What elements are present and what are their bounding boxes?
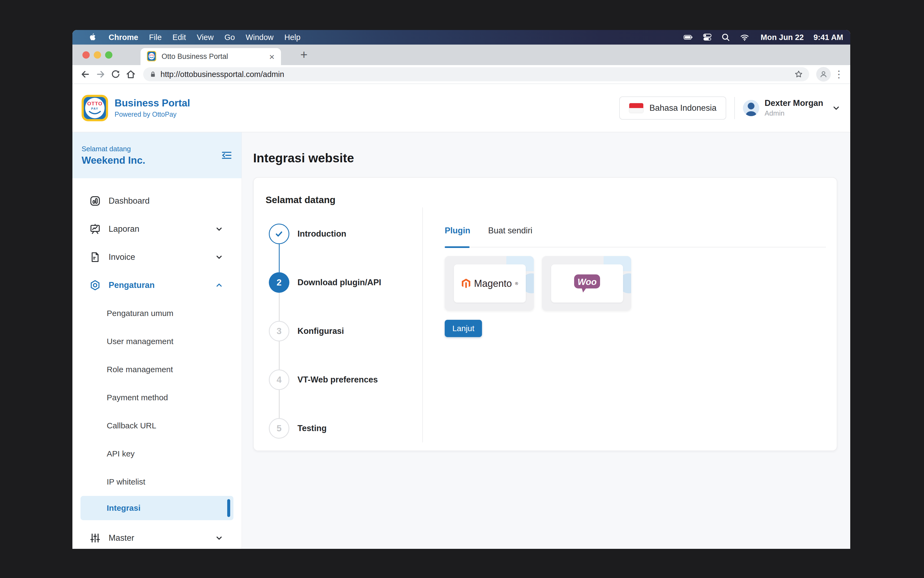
sidebar-subitem-integrasi[interactable]: Integrasi [81,496,234,520]
minimize-window-button[interactable] [94,51,101,58]
settings-icon [89,279,101,291]
main-content: Integrasi website Selamat datang Introdu… [242,132,850,549]
svg-text:OTTO: OTTO [149,54,154,56]
sidebar-collapse-icon[interactable] [221,149,232,161]
magento-mark-icon [461,278,471,289]
sidebar-subitem-callback-url[interactable]: Callback URL [72,412,242,440]
sidebar-item-invoice[interactable]: Invoice [72,243,242,271]
step-number: 5 [269,418,289,438]
spotlight-search-icon[interactable] [721,32,730,42]
sidebar-subitem-api-key[interactable]: API key [72,440,242,468]
sidebar-item-master[interactable]: Master [72,524,242,549]
close-window-button[interactable] [83,51,90,58]
user-chevron-down-icon[interactable] [831,103,841,113]
sidebar-item-label: Pengaturan [109,280,155,290]
back-icon[interactable] [78,67,93,82]
active-indicator-bar [227,499,230,517]
sidebar-item-pengaturan[interactable]: Pengaturan [72,271,242,299]
address-bar[interactable]: http://ottobusinessportal.com/admin [143,67,809,81]
step-label: Testing [297,424,326,433]
close-tab-icon[interactable]: × [269,52,274,61]
menubar-date[interactable]: Mon Jun 22 [760,33,804,42]
step-vtweb-preferences[interactable]: 4 VT-Web preferences [269,370,381,390]
browser-menu-icon[interactable]: ⋮ [833,68,845,80]
step-download-plugin[interactable]: 2 Download plugin/API [269,272,381,293]
zoom-window-button[interactable] [105,51,112,58]
home-icon[interactable] [123,67,138,82]
sidebar-item-laporan[interactable]: Laporan [72,215,242,243]
step-connector [279,341,279,370]
browser-window: Chrome File Edit View Go Window Help Mon… [72,30,850,549]
tab-plugin[interactable]: Plugin [445,226,470,235]
menubar-item-file[interactable]: File [149,33,162,42]
step-introduction[interactable]: Introduction [269,224,381,244]
sidebar: Selamat datang Weekend Inc. Dashboard [72,132,242,549]
sidebar-subitem-user-management[interactable]: User management [72,327,242,356]
woocommerce-logo: Woo [551,265,623,302]
forward-icon[interactable] [93,67,108,82]
battery-icon[interactable] [683,33,693,42]
step-label: VT-Web preferences [297,375,378,385]
user-avatar[interactable] [743,100,759,116]
check-icon [274,229,284,239]
sidebar-subitem-ip-whitelist[interactable]: IP whitelist [72,468,242,496]
continue-button[interactable]: Lanjut [445,320,482,337]
subitem-label: Payment method [107,393,168,402]
step-testing[interactable]: 5 Testing [269,418,381,438]
tab-underline-active [445,246,469,248]
sidebar-item-dashboard[interactable]: Dashboard [72,187,242,215]
browser-tab[interactable]: OTTO Otto Business Portal × [140,48,281,65]
chevron-down-icon [214,224,224,234]
sliders-icon [89,532,101,544]
step-check-circle [269,224,289,244]
subitem-label: Pengaturan umum [107,309,174,318]
app-header: OTTO PAY Business Portal Powered by Otto… [72,84,850,132]
step-label: Konfigurasi [297,326,344,336]
user-menu[interactable]: Dexter Morgan Admin [765,98,823,117]
apple-icon[interactable] [88,33,97,42]
step-konfigurasi[interactable]: 3 Konfigurasi [269,321,381,341]
url-text[interactable]: http://ottobusinessportal.com/admin [161,70,794,79]
logo-smile [88,111,102,115]
step-connector [279,244,279,272]
menubar-item-window[interactable]: Window [245,33,273,42]
new-tab-button[interactable]: + [296,47,312,62]
menubar-item-edit[interactable]: Edit [172,33,186,42]
menubar-item-view[interactable]: View [196,33,213,42]
step-number: 3 [269,321,289,341]
menubar-clock[interactable]: 9:41 AM [814,33,843,42]
sidebar-subitem-payment-method[interactable]: Payment method [72,383,242,412]
sidebar-menu: Dashboard Laporan Invoice [72,178,242,549]
menubar-item-help[interactable]: Help [284,33,300,42]
language-selector[interactable]: Bahasa Indonesia [619,96,726,120]
magento-reg-mark: ® [515,281,518,286]
wifi-icon[interactable] [739,32,750,42]
control-center-icon[interactable] [703,32,712,42]
company-name: Weekend Inc. [81,155,145,166]
plugin-card-magento[interactable]: Magento® [445,256,534,311]
step-label: Introduction [297,229,346,239]
sidebar-item-label: Dashboard [109,196,150,206]
card-title: Selamat datang [266,195,336,205]
sidebar-item-label: Invoice [109,252,135,262]
subitem-label: Callback URL [107,421,156,430]
brand-title: Business Portal [115,97,190,109]
subitem-label: IP whitelist [107,477,145,486]
reload-icon[interactable] [108,67,123,82]
sidebar-subitem-role-management[interactable]: Role management [72,356,242,383]
sidebar-subitem-pengaturan-umum[interactable]: Pengaturan umum [72,299,242,327]
dashboard-icon [89,195,101,207]
welcome-label: Selamat datang [81,145,145,153]
tab-underline-track [445,247,826,247]
plugin-card-woocommerce[interactable]: Woo [542,256,631,311]
plugin-pane: Plugin Buat sendiri Magent [445,226,826,337]
tab-buat-sendiri[interactable]: Buat sendiri [488,226,533,235]
bookmark-star-icon[interactable] [794,70,803,79]
menubar-item-chrome[interactable]: Chrome [109,33,138,42]
lock-icon[interactable] [149,70,157,78]
logo-text: OTTO [87,101,102,107]
menubar-item-go[interactable]: Go [224,33,235,42]
subitem-label: Role management [107,365,173,374]
tab-underline [445,246,826,248]
browser-profile-icon[interactable] [816,67,831,81]
